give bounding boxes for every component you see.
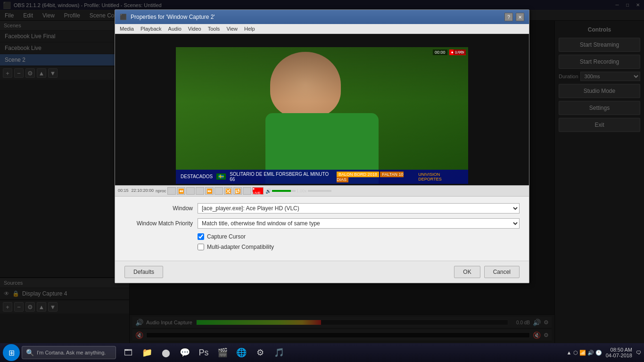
dialog-subtoolbar: Media Playback Audio Video Tools View He… xyxy=(115,24,529,34)
app-icon-3[interactable]: ⚙ xyxy=(252,344,269,361)
properties-dialog: ⬛ Properties for 'Window Capture 2' ? ✕ … xyxy=(115,9,529,283)
vlc-repeat-button[interactable]: 🔁 xyxy=(233,187,242,195)
dialog-video-preview: DESTACADOS 🇸🇪 SOLITARIO DE EMIL FORSBERG… xyxy=(115,34,529,197)
window-match-row: Window Match Priority Match title, other… xyxy=(124,218,520,229)
sub-menu-audio[interactable]: Audio xyxy=(165,25,184,33)
ok-button[interactable]: OK xyxy=(454,266,480,278)
window-label: Window xyxy=(124,205,193,212)
sub-menu-playback[interactable]: Playback xyxy=(138,25,165,33)
sub-menu-media[interactable]: Media xyxy=(117,25,137,33)
vlc-prev-button[interactable]: ⏪ xyxy=(177,187,185,195)
multi-adapter-checkbox[interactable] xyxy=(198,244,204,250)
capture-cursor-row: Capture Cursor xyxy=(198,233,520,240)
start-button[interactable]: ⊞ xyxy=(3,344,20,361)
taskbar-search[interactable]: 🔍 I'm Cortana. Ask me anything. xyxy=(22,346,116,359)
vlc-fullscreen-button[interactable]: ⛶ xyxy=(243,187,251,195)
taskbar-right: ▲ ⬡ 📶 🔊 🕐 08:50 AM 04-07-2018 🗨 xyxy=(567,347,641,358)
defaults-button[interactable]: Defaults xyxy=(124,266,163,278)
modal-overlay: ⬛ Properties for 'Window Capture 2' ? ✕ … xyxy=(0,0,644,362)
messenger-icon[interactable]: 💬 xyxy=(176,344,193,361)
vlc-controls: 00:15 22:10:20:00 nproc ⏮ ⏪ ⏹ ⏸ ⏩ ⏭ 🔀 🔁 … xyxy=(115,185,529,197)
task-view-button[interactable]: 🗔 xyxy=(120,344,137,361)
multi-adapter-row: Multi-adapter Compatibility xyxy=(198,244,520,250)
app-icon-4[interactable]: 🎵 xyxy=(271,344,288,361)
vlc-play-button[interactable]: ⏮ xyxy=(167,187,176,195)
capture-cursor-checkbox[interactable] xyxy=(198,233,204,240)
window-match-label: Window Match Priority xyxy=(124,220,193,227)
cortana-placeholder: I'm Cortana. Ask me anything. xyxy=(37,350,106,355)
dialog-title: Properties for 'Window Capture 2' xyxy=(131,14,215,20)
taskbar: ⊞ 🔍 I'm Cortana. Ask me anything. 🗔 📁 ⬤ … xyxy=(0,343,644,362)
vlc-live-button[interactable]: ● LIVE xyxy=(252,187,264,195)
system-tray: ▲ ⬡ 📶 🔊 🕐 xyxy=(567,350,602,356)
window-match-select[interactable]: Match title, otherwise find window of sa… xyxy=(198,218,520,229)
window-row: Window [ace_player.exe]: Ace Player HD (… xyxy=(124,203,520,214)
dialog-form: Window [ace_player.exe]: Ace Player HD (… xyxy=(115,197,529,261)
vlc-stop-button[interactable]: ⏹ xyxy=(186,187,195,195)
sub-menu-view[interactable]: View xyxy=(223,25,240,33)
sub-menu-tools[interactable]: Tools xyxy=(205,25,223,33)
multi-adapter-label: Multi-adapter Compatibility xyxy=(207,244,274,250)
dialog-close-button[interactable]: ✕ xyxy=(516,13,524,21)
dialog-help-button[interactable]: ? xyxy=(504,13,513,21)
chrome-icon[interactable]: ⬤ xyxy=(157,344,174,361)
dialog-footer-right: OK Cancel xyxy=(454,266,520,278)
app-icon-2[interactable]: 🎬 xyxy=(214,344,231,361)
window-select[interactable]: [ace_player.exe]: Ace Player HD (VLC) xyxy=(198,203,520,214)
vlc-pause-button[interactable]: ⏸ xyxy=(196,187,204,195)
clock-date: 04-07-2018 xyxy=(606,353,632,358)
dialog-title-bar: ⬛ Properties for 'Window Capture 2' ? ✕ xyxy=(115,10,529,24)
photoshop-icon[interactable]: Ps xyxy=(195,344,212,361)
dialog-footer: Defaults OK Cancel xyxy=(115,261,529,283)
cancel-button[interactable]: Cancel xyxy=(484,266,520,278)
dialog-obs-icon: ⬛ xyxy=(120,14,127,20)
capture-cursor-label: Capture Cursor xyxy=(207,233,246,240)
dialog-title-controls[interactable]: ? ✕ xyxy=(504,13,524,21)
vlc-shuffle-button[interactable]: 🔀 xyxy=(224,187,232,195)
sub-menu-video[interactable]: Video xyxy=(185,25,204,33)
vlc-end-button[interactable]: ⏭ xyxy=(215,187,223,195)
clock-time: 08:50 AM xyxy=(606,347,632,353)
vlc-next-button[interactable]: ⏩ xyxy=(205,187,214,195)
sub-menu-help[interactable]: Help xyxy=(241,25,258,33)
notification-icon[interactable]: 🗨 xyxy=(636,350,641,355)
taskbar-clock: 08:50 AM 04-07-2018 xyxy=(606,347,632,358)
file-explorer-icon[interactable]: 📁 xyxy=(139,344,156,361)
browser-icon[interactable]: 🌐 xyxy=(233,344,250,361)
taskbar-icons: 🗔 📁 ⬤ 💬 Ps 🎬 🌐 ⚙ 🎵 xyxy=(120,344,288,361)
